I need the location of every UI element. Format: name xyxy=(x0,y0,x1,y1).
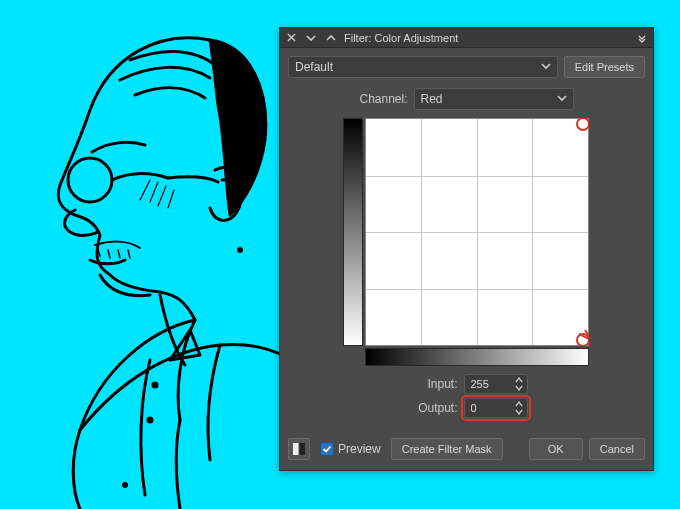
output-label: Output: xyxy=(406,401,458,415)
horizontal-gradient xyxy=(365,348,589,366)
svg-point-3 xyxy=(239,249,242,252)
panel-titlebar[interactable]: Filter: Color Adjustment xyxy=(280,28,653,48)
preview-label: Preview xyxy=(338,442,381,456)
chevron-down-icon[interactable] xyxy=(304,31,318,45)
panel-title: Filter: Color Adjustment xyxy=(344,32,629,44)
compare-icon[interactable] xyxy=(288,438,310,460)
color-adjustment-panel: Filter: Color Adjustment Default Edit Pr… xyxy=(279,27,654,471)
output-step-up[interactable] xyxy=(513,400,525,408)
ok-button[interactable]: OK xyxy=(529,438,583,460)
svg-point-0 xyxy=(68,158,112,202)
panel-body: Default Edit Presets Channel: Red xyxy=(280,48,653,428)
chevron-up-icon[interactable] xyxy=(324,31,338,45)
edit-presets-button[interactable]: Edit Presets xyxy=(564,56,645,78)
preview-checkbox[interactable] xyxy=(320,442,334,456)
input-field[interactable]: 255 xyxy=(464,374,528,394)
svg-point-4 xyxy=(124,484,127,487)
preset-select[interactable]: Default xyxy=(288,56,558,78)
curve-editor[interactable] xyxy=(343,118,591,366)
input-label: Input: xyxy=(406,377,458,391)
preset-value: Default xyxy=(295,60,333,74)
input-step-up[interactable] xyxy=(513,376,525,384)
svg-point-1 xyxy=(153,383,157,387)
svg-rect-8 xyxy=(300,443,306,455)
channel-select[interactable]: Red xyxy=(414,88,574,110)
svg-point-2 xyxy=(148,418,152,422)
channel-value: Red xyxy=(421,92,443,106)
input-step-down[interactable] xyxy=(513,384,525,392)
curve-grid[interactable] xyxy=(365,118,589,346)
close-icon[interactable] xyxy=(284,31,298,45)
panel-footer: Preview Create Filter Mask OK Cancel xyxy=(280,428,653,470)
vertical-gradient xyxy=(343,118,363,346)
preview-toggle[interactable]: Preview xyxy=(316,442,385,456)
output-field[interactable]: 0 xyxy=(464,398,528,418)
collapse-icon[interactable] xyxy=(635,31,649,45)
chevron-down-icon xyxy=(541,60,551,74)
create-filter-mask-button[interactable]: Create Filter Mask xyxy=(391,438,503,460)
chevron-down-icon xyxy=(557,92,567,106)
output-step-down[interactable] xyxy=(513,408,525,416)
svg-rect-7 xyxy=(293,443,299,455)
channel-label: Channel: xyxy=(359,92,407,106)
cancel-button[interactable]: Cancel xyxy=(589,438,645,460)
